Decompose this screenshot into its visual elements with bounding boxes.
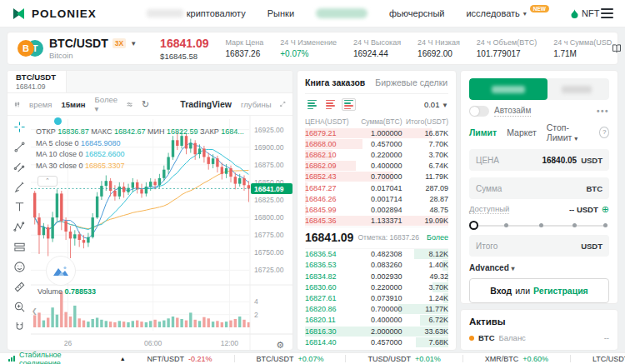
- bid-row[interactable]: 16820.110.4000006.72K: [305, 315, 448, 326]
- book-mode-asks-icon[interactable]: [323, 98, 338, 111]
- toolbar-depth[interactable]: глубины: [241, 100, 271, 109]
- chart-area[interactable]: 16925.0016900.0016875.0016850.0016825.00…: [8, 116, 292, 351]
- bid-row[interactable]: 16834.820.00293049.32: [305, 271, 448, 282]
- ruler-icon[interactable]: [13, 281, 26, 294]
- svg-text:16800.00: 16800.00: [254, 213, 284, 222]
- ask-row[interactable]: 16846.260.00171428.87: [305, 193, 448, 204]
- bid-row[interactable]: 16820.860.70000011.77K: [305, 304, 448, 315]
- amount-input[interactable]: Сумма BTC: [469, 177, 609, 199]
- tab-market[interactable]: Маркет: [507, 127, 537, 137]
- bid-row[interactable]: 16814.400.4570007.68K: [305, 337, 448, 347]
- zoom-icon[interactable]: [13, 301, 26, 314]
- more-link[interactable]: Более: [427, 233, 448, 242]
- user-guide-link[interactable]: Руководство пользователя: [612, 43, 625, 53]
- nav-buy-crypto[interactable]: криптовалюту: [147, 8, 246, 18]
- toolbar-time[interactable]: время: [29, 100, 52, 109]
- fullscreen-icon[interactable]: [280, 99, 286, 109]
- redacted-text: [562, 86, 592, 93]
- emoji-icon[interactable]: [13, 261, 26, 274]
- chart-tab-btcusdt[interactable]: BTC/USDT 16841.09: [8, 71, 67, 92]
- connection-status: Стабильное соединение: [19, 351, 62, 364]
- order-book-panel: Книга заказов Биржевые сделки 0.01 ▼ ЦЕН…: [297, 70, 457, 351]
- nav-futures[interactable]: фьючерсный: [389, 8, 444, 18]
- total-input[interactable]: Итого USDT: [469, 235, 609, 257]
- mini-ticker-NFT/USDT[interactable]: NFT/USDT-0.21%: [148, 355, 212, 363]
- mini-ticker-TUSD/USDT[interactable]: TUSD/USDT+0.01%: [368, 355, 440, 363]
- advanced-toggle[interactable]: Advanced ▾: [469, 263, 609, 272]
- magnet-icon[interactable]: [13, 321, 26, 334]
- ask-row[interactable]: 16847.270.017041287.09: [305, 182, 448, 193]
- chart-tab-strip: BTC/USDT 16841.09: [8, 71, 292, 93]
- slider-knob[interactable]: [469, 221, 478, 230]
- toolbar-more[interactable]: Более ▾: [95, 95, 118, 113]
- svg-text:16925.00: 16925.00: [254, 126, 284, 134]
- position-icon[interactable]: [13, 241, 26, 254]
- ask-row[interactable]: 16845.990.00289448.75: [305, 204, 448, 215]
- svg-text:16841.09: 16841.09: [254, 185, 284, 193]
- ticker-stat: 24 ч Объем(BTC)101.779017: [477, 38, 537, 58]
- bid-row[interactable]: 16816.302.00000033.63K: [305, 326, 448, 337]
- svg-text:06:00: 06:00: [144, 339, 162, 347]
- login-register-button[interactable]: Вход или Регистрация: [469, 278, 609, 303]
- svg-text:16900.00: 16900.00: [254, 143, 284, 152]
- ask-row[interactable]: 16845.361.13337119.09K: [305, 216, 448, 227]
- pattern-icon[interactable]: [13, 221, 26, 234]
- tab-order-book[interactable]: Книга заказов: [305, 77, 365, 87]
- crosshair-icon[interactable]: [13, 121, 26, 134]
- book-mode-both-icon[interactable]: [342, 98, 356, 111]
- new-badge: NEW: [530, 5, 549, 12]
- ask-row[interactable]: 16852.430.70000011.79K: [305, 172, 448, 182]
- bid-row[interactable]: 16827.610.0739101.24K: [305, 292, 448, 303]
- bid-row[interactable]: 16830.600.2200003.70K: [305, 282, 448, 292]
- axis-settings-gear-icon[interactable]: ⚙: [276, 340, 284, 351]
- buy-button[interactable]: [469, 78, 548, 100]
- candlestick-type-icon[interactable]: [14, 99, 20, 110]
- mini-ticker-XMR/BTC[interactable]: XMR/BTC+0.60%: [485, 355, 548, 363]
- redacted-text: [147, 9, 183, 17]
- expand-ticker-icon[interactable]: ▲: [120, 356, 126, 362]
- nav-redacted-item[interactable]: [316, 8, 368, 18]
- tab-stop-limit[interactable]: Стоп-Лимит ▾: [547, 122, 590, 142]
- autoborrow-toggle[interactable]: [469, 106, 489, 117]
- channel-icon[interactable]: [13, 161, 26, 174]
- more-options-icon[interactable]: •••: [597, 107, 609, 116]
- trade-panel: Автозайм ••• Лимит Маркет Стоп-Лимит ▾ ?…: [460, 70, 618, 304]
- book-mode-bids-icon[interactable]: [305, 98, 319, 111]
- nav-nft[interactable]: NFT: [571, 8, 599, 18]
- text-icon[interactable]: [13, 201, 26, 214]
- ask-row[interactable]: 16862.090.4000006.74K: [305, 161, 448, 172]
- sell-button[interactable]: [544, 78, 609, 100]
- pair-selector[interactable]: BTC/USDT 3X ▼ Bitcoin: [49, 37, 137, 60]
- pane-collapse-icon[interactable]: ❮: [32, 307, 38, 315]
- help-icon[interactable]: ?: [599, 127, 609, 138]
- tradingview-label[interactable]: TradingView: [180, 99, 232, 109]
- indicator-collapse-button[interactable]: ⌃: [38, 176, 58, 187]
- asset-row-btc[interactable]: BTC Баланс --: [469, 333, 609, 342]
- menu-icon[interactable]: [601, 8, 613, 18]
- price-input[interactable]: ЦЕНА 16840.05 USDT: [469, 149, 609, 171]
- ticker-bar: T B BTC/USDT 3X ▼ Bitcoin 16841.09 $1684…: [7, 32, 618, 65]
- ticker-stat: 24 Ч Низкая16692.00: [418, 38, 460, 58]
- mini-ticker-LTC/USDT[interactable]: LTC/USDT+4.62%: [592, 355, 625, 363]
- poloniex-watermark-icon: [46, 256, 76, 286]
- nav-markets[interactable]: Рынки: [268, 8, 294, 18]
- brush-icon[interactable]: [13, 181, 26, 194]
- precision-select[interactable]: 0.01 ▼: [424, 100, 448, 109]
- amount-slider[interactable]: [469, 220, 609, 231]
- toolbar-interval-15min[interactable]: 15мин: [61, 100, 85, 109]
- bid-row[interactable]: 16836.530.0832601.40K: [305, 260, 448, 271]
- ask-row[interactable]: 16862.100.2200003.70K: [305, 149, 448, 160]
- tab-limit[interactable]: Лимит: [469, 127, 497, 137]
- indicator-settings-icon[interactable]: [127, 99, 132, 110]
- leverage-badge: 3X: [112, 38, 126, 48]
- refresh-icon[interactable]: ↻: [142, 99, 149, 110]
- deposit-plus-icon[interactable]: ⊕: [602, 205, 609, 213]
- nav-explore[interactable]: исследовать ▾ NEW: [466, 8, 549, 18]
- ask-row[interactable]: 16879.211.00000016.87K: [305, 127, 448, 138]
- tab-market-trades[interactable]: Биржевые сделки: [375, 77, 448, 87]
- price-chart[interactable]: 16925.0016900.0016875.0016850.0016825.00…: [31, 116, 293, 351]
- bid-row[interactable]: 16836.540.4823088.12K: [305, 249, 448, 260]
- trendline-icon[interactable]: [13, 141, 26, 154]
- ask-row[interactable]: 16868.000.4570007.70K: [305, 138, 448, 149]
- mini-ticker-BTC/USDT[interactable]: BTC/USDT+0.07%: [257, 355, 324, 363]
